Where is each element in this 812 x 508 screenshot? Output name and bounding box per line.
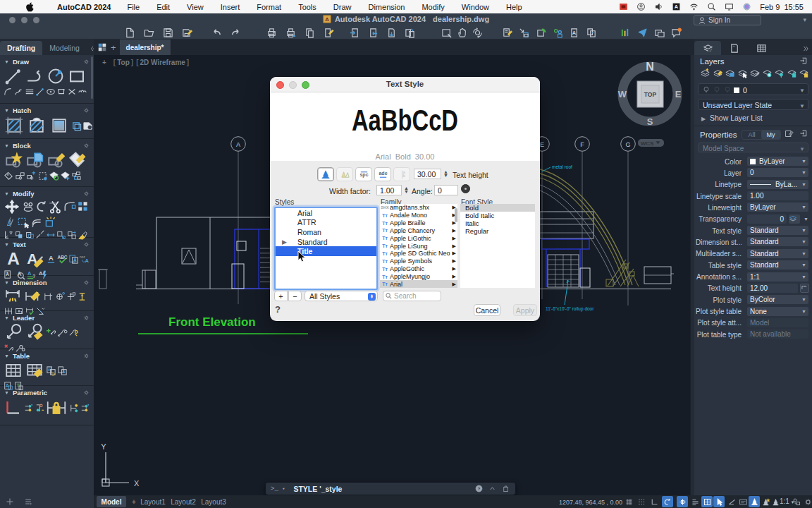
hatch-disk-icon[interactable]	[82, 121, 93, 131]
bulb-icon[interactable]	[702, 85, 710, 94]
menu-edit[interactable]: Edit	[148, 3, 178, 11]
viewport-controls[interactable]: +[Top][2D Wireframe]	[102, 59, 190, 66]
stretch-icon[interactable]	[25, 230, 35, 240]
tag-edit-icon[interactable]	[68, 151, 86, 169]
section-gear-icon[interactable]	[83, 241, 90, 248]
layers-popout-icon[interactable]	[799, 56, 808, 65]
page-a-icon[interactable]: A	[570, 28, 580, 38]
plus-icon[interactable]	[6, 497, 14, 506]
menu-window[interactable]: Window	[453, 3, 498, 11]
palette-scrollbar[interactable]	[91, 56, 93, 99]
prop-field-select[interactable]: 0▼	[747, 168, 808, 177]
check-recycle-icon[interactable]	[49, 171, 59, 181]
prop-field-select[interactable]: None▼	[747, 307, 808, 316]
param-pins-icon[interactable]	[23, 403, 34, 413]
leader-icon[interactable]	[4, 323, 23, 341]
section-collapse-icon[interactable]: ▼	[4, 59, 9, 64]
spline-icon[interactable]	[14, 87, 24, 97]
dim-brush-icon[interactable]	[24, 288, 41, 305]
sheet-edit-icon[interactable]	[502, 28, 512, 38]
print-icon[interactable]	[266, 28, 277, 38]
prop-field-textheight[interactable]: 12.00	[747, 284, 798, 293]
freeze-icon[interactable]	[713, 85, 721, 94]
page-edit-icon[interactable]	[324, 28, 334, 38]
sign-in-button[interactable]: Sign In	[694, 15, 761, 25]
export-icon[interactable]	[386, 28, 397, 38]
menu-tools[interactable]: Tools	[290, 3, 325, 11]
section-gear-icon[interactable]	[83, 190, 90, 197]
revcloud-icon[interactable]	[78, 87, 87, 97]
layout-tab-Layout3[interactable]: Layout3	[199, 496, 228, 507]
menu-modify[interactable]: Modify	[413, 3, 453, 11]
dim-lock-icon[interactable]	[47, 398, 66, 418]
font-search-field[interactable]: Search	[383, 291, 441, 301]
titlebar-chevron-icon[interactable]: ▾	[803, 16, 806, 23]
param-pins2-icon[interactable]	[35, 403, 45, 413]
param-pins3-icon[interactable]	[68, 403, 79, 413]
styles-list[interactable]: ArialATTRRoman▶StandardTitle	[274, 207, 378, 290]
family-item[interactable]: TтApple LiSung▶	[380, 242, 457, 250]
block-edit-icon[interactable]	[47, 151, 65, 169]
zoom-window-icon[interactable]	[441, 28, 452, 38]
polar-icon[interactable]	[662, 496, 673, 507]
match-circles-icon[interactable]	[22, 200, 35, 213]
rectangle-icon[interactable]	[68, 67, 86, 85]
leader-add-icon[interactable]	[46, 327, 56, 338]
section-gear-icon[interactable]	[83, 389, 90, 396]
section-collapse-icon[interactable]: ▼	[4, 390, 9, 395]
layer-wrench-icon[interactable]	[749, 68, 760, 78]
print-add-icon[interactable]	[285, 28, 296, 38]
grips-icon[interactable]	[17, 216, 30, 229]
undo-icon[interactable]	[211, 28, 222, 38]
chevron-up-icon[interactable]	[488, 485, 496, 492]
layer-new-icon[interactable]	[700, 68, 710, 78]
tag-icon[interactable]	[4, 171, 14, 181]
dots-link-icon[interactable]	[553, 28, 563, 38]
pan-icon[interactable]	[457, 28, 467, 38]
prop-field-select[interactable]: ByColor▼	[747, 295, 808, 304]
command-line-bar[interactable]: >_ ▾ STYLE '_style ?	[265, 482, 516, 495]
volume-icon[interactable]	[654, 2, 663, 11]
annotative-indicator[interactable]	[461, 184, 470, 193]
width-factor-stepper[interactable]: ▲▼	[403, 185, 410, 195]
param-pins-icon[interactable]	[80, 403, 90, 413]
menu-help[interactable]: Help	[498, 3, 531, 11]
family-item[interactable]: TтArial▶	[380, 280, 457, 288]
family-item[interactable]: TтApple Symbols▶	[380, 258, 457, 265]
text-brush-icon[interactable]: A	[25, 250, 44, 268]
properties-popout-icon[interactable]	[799, 129, 808, 138]
leader-brush-icon[interactable]	[25, 323, 44, 341]
layout-tab-Layout1[interactable]: Layout1	[138, 496, 168, 507]
gradient-icon[interactable]	[49, 116, 69, 135]
family-list[interactable]: SHXamgdtans.shx▶TтAndale Mono▶TтApple Br…	[380, 204, 457, 288]
leader-arrow-icon[interactable]	[57, 327, 68, 338]
dialog-titlebar[interactable]: Text Style	[270, 77, 540, 92]
apply-button[interactable]: Apply	[513, 304, 537, 316]
help-button[interactable]: ?	[275, 304, 281, 315]
apple-icon[interactable]	[25, 2, 34, 12]
dyn-input-icon[interactable]	[689, 496, 701, 507]
erase-icon[interactable]	[78, 230, 87, 240]
prop-field-select[interactable]: 1:1▼	[747, 272, 808, 282]
chat-badge-icon[interactable]	[671, 28, 682, 38]
text-pages-icon[interactable]: A	[68, 254, 79, 265]
add-style-button[interactable]: +	[274, 291, 288, 301]
explode-icon[interactable]	[44, 216, 56, 229]
dim-ibeam-icon[interactable]	[77, 291, 87, 302]
menu-draw[interactable]: Draw	[325, 3, 360, 11]
arc-corner-icon[interactable]	[4, 87, 13, 97]
segment-all[interactable]: All	[742, 131, 761, 139]
prop-field-select[interactable]: Standard▼	[747, 226, 808, 235]
style-item-roman[interactable]: Roman	[276, 227, 376, 237]
text-underline-icon[interactable]: A	[46, 254, 56, 265]
prop-field-linetype[interactable]: ByLa...▼	[747, 180, 808, 189]
palette-tab-modeling[interactable]: Modeling	[42, 41, 87, 55]
new-drawing-tab-button[interactable]: +	[111, 42, 116, 53]
layer-unlock-icon[interactable]	[799, 68, 809, 78]
hatch-stack-icon[interactable]	[71, 121, 82, 131]
disclosure-icon[interactable]: ▶	[282, 238, 287, 246]
prop-field-transparency[interactable]: 0	[747, 214, 787, 224]
param-corner-icon[interactable]	[4, 399, 21, 416]
family-item[interactable]: TтApple LiGothic▶	[380, 234, 457, 242]
osnap-icon[interactable]	[677, 496, 688, 507]
